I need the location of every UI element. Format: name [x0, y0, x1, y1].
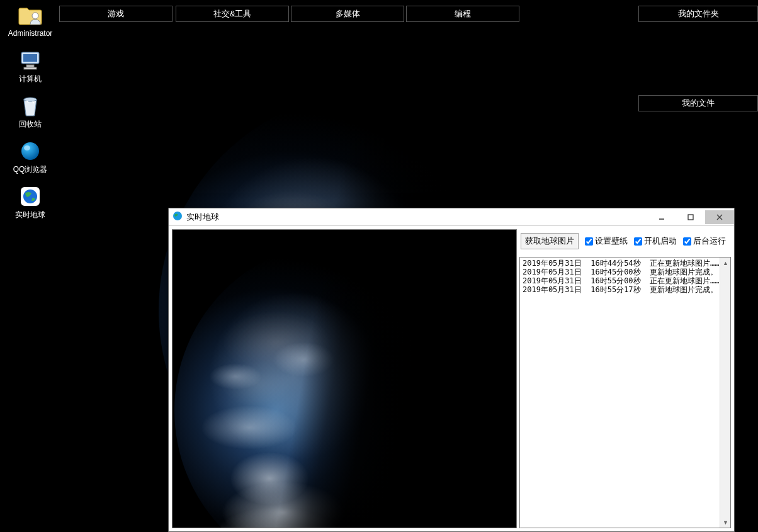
- maximize-button[interactable]: [676, 210, 705, 224]
- svg-point-6: [21, 142, 39, 160]
- log-area: 2019年05月31日 16时44分54秒 正在更新地球图片…… 2019年05…: [519, 257, 731, 528]
- window-realtime-earth: 实时地球 获取地球图片 设置壁纸 开机启动 后台运行: [168, 208, 735, 532]
- topbar-programming[interactable]: 编程: [406, 6, 519, 22]
- checkbox-input[interactable]: [634, 237, 642, 246]
- scroll-down-icon[interactable]: ▼: [720, 517, 731, 528]
- svg-rect-12: [688, 215, 693, 220]
- desktop-icon-recycle[interactable]: 回收站: [5, 94, 55, 128]
- desktop-icon-qq-browser[interactable]: QQ浏览器: [5, 140, 55, 174]
- topbar-label: 多媒体: [336, 8, 360, 20]
- rightbar-my-folder[interactable]: 我的文件夹: [638, 6, 758, 22]
- rightbar-label: 我的文件: [682, 98, 715, 109]
- desktop-icon-realtime-earth[interactable]: 实时地球: [5, 185, 55, 219]
- topbar-label: 社交&工具: [213, 8, 252, 20]
- desktop-icon-computer[interactable]: 计算机: [5, 49, 55, 83]
- topbar-label: 编程: [455, 8, 471, 20]
- desktop-icon-label: 实时地球: [15, 210, 45, 219]
- checkbox-autostart[interactable]: 开机启动: [634, 235, 677, 247]
- topbar-social-tools[interactable]: 社交&工具: [176, 6, 289, 22]
- checkbox-input[interactable]: [683, 237, 691, 246]
- checkbox-label: 后台运行: [693, 235, 726, 247]
- desktop-icon-administrator[interactable]: Administrator: [5, 4, 55, 38]
- svg-rect-3: [26, 65, 34, 67]
- svg-rect-2: [23, 54, 37, 62]
- topbar-label: 游戏: [108, 8, 124, 20]
- svg-point-10: [173, 212, 182, 220]
- earth-preview-image: [172, 229, 517, 528]
- recycle-bin-icon: [18, 94, 43, 117]
- window-title: 实时地球: [186, 212, 219, 223]
- app-icon: [173, 211, 183, 224]
- scrollbar[interactable]: ▲ ▼: [720, 258, 730, 528]
- scroll-up-icon[interactable]: ▲: [720, 258, 731, 268]
- folder-user-icon: [18, 4, 43, 26]
- desktop-icon-label: 回收站: [19, 120, 42, 128]
- svg-rect-4: [24, 67, 37, 69]
- svg-point-9: [23, 190, 37, 203]
- checkbox-background-run[interactable]: 后台运行: [683, 235, 726, 247]
- topbar-games[interactable]: 游戏: [59, 6, 173, 22]
- desktop-icon-label: 计算机: [19, 74, 42, 83]
- checkbox-input[interactable]: [585, 237, 593, 246]
- qq-browser-icon: [18, 140, 43, 162]
- minimize-button[interactable]: [647, 210, 676, 224]
- svg-point-5: [24, 98, 37, 101]
- computer-icon: [18, 49, 43, 72]
- checkbox-label: 开机启动: [644, 235, 677, 247]
- desktop-icon-label: Administrator: [8, 29, 53, 38]
- close-button[interactable]: [705, 210, 734, 224]
- topbar-multimedia[interactable]: 多媒体: [291, 6, 404, 22]
- checkbox-set-wallpaper[interactable]: 设置壁纸: [585, 235, 628, 247]
- rightbar-my-files[interactable]: 我的文件: [638, 95, 758, 111]
- desktop-icon-label: QQ浏览器: [13, 165, 48, 174]
- earth-app-icon: [18, 185, 43, 208]
- titlebar[interactable]: 实时地球: [169, 208, 734, 226]
- rightbar-label: 我的文件夹: [678, 8, 719, 20]
- checkbox-label: 设置壁纸: [595, 235, 628, 247]
- fetch-earth-button[interactable]: 获取地球图片: [521, 233, 579, 249]
- log-text[interactable]: 2019年05月31日 16时44分54秒 正在更新地球图片…… 2019年05…: [520, 258, 730, 528]
- svg-point-7: [24, 145, 30, 150]
- svg-point-0: [32, 13, 38, 19]
